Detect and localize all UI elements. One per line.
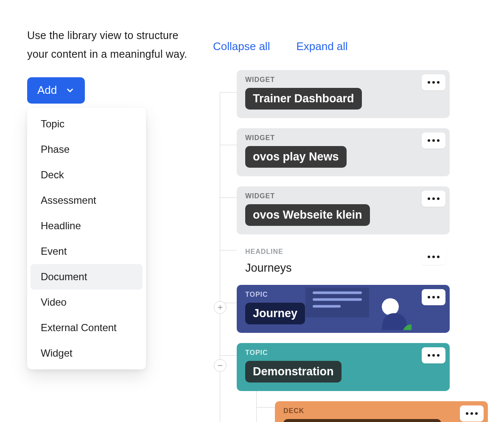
node-title: Journeys <box>245 262 441 275</box>
node-type-label: WIDGET <box>245 134 441 142</box>
add-menu-item-topic[interactable]: Topic <box>31 111 143 137</box>
node-title: Grundlegende Lerninhalte <box>283 419 441 422</box>
node-menu-button[interactable] <box>422 74 445 90</box>
node-title: ovos Webseite klein <box>245 204 370 226</box>
node-widget[interactable]: WIDGETovos play News <box>237 128 450 176</box>
add-dropdown: TopicPhaseDeckAssessmentHeadlineEventDoc… <box>27 108 146 369</box>
node-type-label: WIDGET <box>245 192 441 200</box>
add-button[interactable]: Add <box>27 77 85 104</box>
node-deck[interactable]: DECKGrundlegende Lerninhalte <box>275 401 488 422</box>
add-menu-item-phase[interactable]: Phase <box>31 137 143 162</box>
collapse-toggle[interactable] <box>214 359 227 372</box>
node-topic-journey[interactable]: TOPICJourney <box>237 285 450 333</box>
node-type-label: DECK <box>283 407 479 415</box>
add-menu-item-deck[interactable]: Deck <box>31 162 143 188</box>
node-widget[interactable]: WIDGETovos Webseite klein <box>237 186 450 234</box>
collapse-all-link[interactable]: Collapse all <box>213 40 270 53</box>
node-topic-demo[interactable]: TOPICDemonstration <box>237 343 450 391</box>
add-menu-item-widget[interactable]: Widget <box>31 340 143 366</box>
chevron-down-icon <box>65 86 75 95</box>
expand-toggle[interactable] <box>214 301 227 314</box>
add-menu-item-document[interactable]: Document <box>31 264 143 290</box>
node-menu-button[interactable] <box>422 347 445 363</box>
node-menu-button[interactable] <box>422 132 445 149</box>
node-title: Trainer Dashboard <box>245 88 362 110</box>
add-menu-item-external-content[interactable]: External Content <box>31 315 143 340</box>
expand-all-link[interactable]: Expand all <box>296 40 347 53</box>
plus-icon <box>217 304 224 311</box>
add-button-label: Add <box>37 84 57 97</box>
minus-icon <box>217 362 224 369</box>
node-type-label: TOPIC <box>245 349 441 357</box>
node-title: Journey <box>245 303 305 324</box>
node-title: Demonstration <box>245 361 342 383</box>
node-title: ovos play News <box>245 146 347 168</box>
add-menu-item-headline[interactable]: Headline <box>31 213 143 239</box>
library-intro: Use the library view to structure your c… <box>27 26 188 64</box>
node-menu-button[interactable] <box>422 191 445 207</box>
node-type-label: WIDGET <box>245 76 441 84</box>
node-widget[interactable]: WIDGETTrainer Dashboard <box>237 70 450 118</box>
node-type-label: TOPIC <box>245 291 441 298</box>
svg-point-4 <box>382 298 399 315</box>
node-menu-button[interactable] <box>460 405 484 422</box>
add-menu-item-video[interactable]: Video <box>31 290 143 315</box>
node-headline[interactable]: HEADLINEJourneys <box>237 245 450 275</box>
add-menu-item-event[interactable]: Event <box>31 239 143 264</box>
node-menu-button[interactable] <box>422 249 445 265</box>
node-type-label: HEADLINE <box>245 248 441 256</box>
add-menu-item-assessment[interactable]: Assessment <box>31 188 143 213</box>
node-menu-button[interactable] <box>422 289 445 305</box>
